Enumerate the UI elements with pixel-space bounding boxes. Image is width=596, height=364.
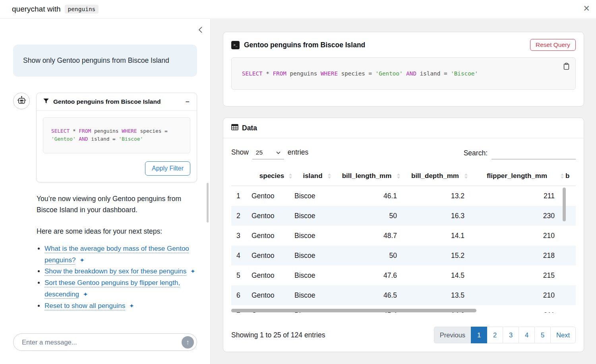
table-cell: 211: [469, 186, 565, 206]
copy-icon[interactable]: [562, 62, 571, 72]
entries-label: entries: [288, 148, 309, 157]
sparkle-icon: ✦: [79, 257, 85, 263]
table-cell: 218: [469, 246, 565, 265]
suggestion-link[interactable]: Sort these Gentoo penguins by flipper le…: [45, 279, 180, 298]
suggestion-item: Show the breakdown by sex for these peng…: [45, 266, 197, 277]
search-input[interactable]: [492, 148, 576, 159]
close-icon[interactable]: ×: [582, 2, 591, 15]
sort-icon: [328, 174, 331, 179]
table-cell: Biscoe: [293, 265, 332, 285]
table-cell: 3: [231, 226, 250, 246]
page-button-3[interactable]: 3: [503, 327, 519, 343]
suggestion-link[interactable]: What is the average body mass of these G…: [45, 245, 189, 264]
page-button-next[interactable]: Next: [550, 327, 576, 343]
table-cell: 13.5: [401, 285, 469, 305]
table-cell: 210: [469, 285, 565, 305]
column-header-bill_length_mm[interactable]: bill_length_mm: [332, 167, 401, 186]
search-label: Search:: [464, 149, 488, 157]
table-info: Showing 1 to 25 of 124 entries: [231, 331, 325, 339]
suggestion-list: What is the average body mass of these G…: [37, 243, 197, 312]
message-input[interactable]: [21, 338, 182, 347]
sql-code-text: SELECT * FROM penguins WHERE species = '…: [242, 70, 478, 77]
table-cell: 2: [231, 206, 250, 226]
page-button-5[interactable]: 5: [534, 327, 551, 343]
chat-sidebar: Show only Gentoo penguins from Biscoe Is…: [0, 19, 210, 364]
suggestion-link[interactable]: Show the breakdown by sex for these peng…: [45, 267, 186, 275]
column-header-bill_depth_mm[interactable]: bill_depth_mm: [401, 167, 469, 186]
table-cell: Gentoo: [250, 246, 293, 265]
table-cell: [565, 305, 576, 313]
sort-icon: [397, 174, 400, 179]
sparkle-icon: ✦: [190, 268, 195, 275]
table-cell: 15.2: [401, 246, 469, 265]
table-cell: 46.1: [332, 186, 401, 206]
sidebar-scrollbar[interactable]: [207, 183, 209, 223]
sort-icon: [464, 174, 468, 179]
robot-avatar-icon: [13, 93, 30, 109]
dashboard-main: >_ Gentoo penguins from Biscoe Island Re…: [210, 19, 596, 364]
chevron-down-icon: [276, 151, 281, 154]
assistant-paragraph: You’re now viewing only Gentoo penguins …: [37, 193, 197, 216]
page-button-2[interactable]: 2: [487, 327, 503, 343]
table-cell: 6: [231, 285, 250, 305]
app-title: querychat with penguins: [12, 5, 99, 14]
assistant-message-row: Gentoo penguins from Biscoe Island − SEL…: [13, 93, 197, 182]
querychat-app: querychat with penguins × Show only Gent…: [0, 0, 596, 364]
table-cell: 50: [332, 206, 401, 226]
table-cell: Biscoe: [293, 226, 332, 246]
table-row: 5GentooBiscoe47.614.5215: [231, 265, 576, 285]
suggestion-item: Reset to show all penguins ✦: [45, 300, 197, 312]
page-length-select[interactable]: 25: [252, 149, 284, 159]
apply-filter-button[interactable]: Apply Filter: [145, 161, 190, 176]
table-footer: Showing 1 to 25 of 124 entries Previous1…: [223, 319, 584, 352]
sort-icon: [289, 174, 292, 179]
table-row: 6GentooBiscoe46.513.5210: [231, 285, 576, 305]
send-icon[interactable]: ↑: [182, 336, 194, 349]
table-cell: [565, 285, 576, 305]
suggestion-link[interactable]: Reset to show all penguins: [45, 302, 125, 310]
table-cell: 4: [231, 246, 250, 265]
column-header-species[interactable]: species: [250, 167, 293, 186]
pagination: Previous12345Next: [434, 327, 576, 343]
minimize-icon[interactable]: −: [184, 98, 190, 105]
app-title-text: querychat with: [12, 5, 61, 14]
table-cell: 210: [469, 226, 565, 246]
table-header-row: speciesislandbill_length_mmbill_depth_mm…: [231, 167, 576, 186]
data-table: speciesislandbill_length_mmbill_depth_mm…: [231, 167, 576, 313]
table-row: 2GentooBiscoe5016.3230: [231, 206, 576, 226]
page-button-1[interactable]: 1: [471, 327, 487, 343]
table-cell: Gentoo: [250, 206, 293, 226]
page-length-value: 25: [256, 149, 263, 156]
dataset-chip: penguins: [65, 5, 99, 14]
page-length-control: Show 25 entries: [231, 148, 308, 159]
column-header-island[interactable]: island: [293, 167, 332, 186]
sql-code-block-main: SELECT * FROM penguins WHERE species = '…: [231, 57, 576, 90]
reset-query-button[interactable]: Reset Query: [530, 39, 576, 51]
table-cell: 14.1: [401, 226, 469, 246]
table-cell: 13.2: [401, 186, 469, 206]
page-button-4[interactable]: 4: [519, 327, 535, 343]
table-icon: [231, 124, 238, 132]
data-card: Data Show 25 entries Search:: [223, 118, 584, 352]
horizontal-scrollbar[interactable]: [231, 309, 476, 312]
page-button-previous[interactable]: Previous: [434, 327, 471, 343]
vertical-scrollbar[interactable]: [563, 188, 566, 221]
sparkle-icon: ✦: [83, 291, 88, 298]
table-search: Search:: [464, 148, 576, 159]
filter-card: Gentoo penguins from Biscoe Island − SEL…: [36, 93, 197, 182]
column-header-flipper_length_mm[interactable]: flipper_length_mm: [469, 167, 565, 186]
table-cell: Gentoo: [250, 265, 293, 285]
chat-input-container: ↑: [13, 333, 197, 351]
table-controls: Show 25 entries Search:: [223, 138, 584, 161]
table-cell: 47.6: [332, 265, 401, 285]
filter-card-title: Gentoo penguins from Biscoe Island: [53, 98, 180, 105]
sidebar-collapse-icon[interactable]: [197, 25, 203, 35]
table-cell: 14.5: [401, 265, 469, 285]
table-cell: [565, 246, 576, 265]
table-cell: 5: [231, 265, 250, 285]
suggestion-item: What is the average body mass of these G…: [45, 243, 197, 266]
table-cell: 230: [469, 206, 565, 226]
top-bar: querychat with penguins ×: [0, 0, 596, 19]
query-card: >_ Gentoo penguins from Biscoe Island Re…: [223, 32, 584, 106]
table-cell: 16.3: [401, 206, 469, 226]
